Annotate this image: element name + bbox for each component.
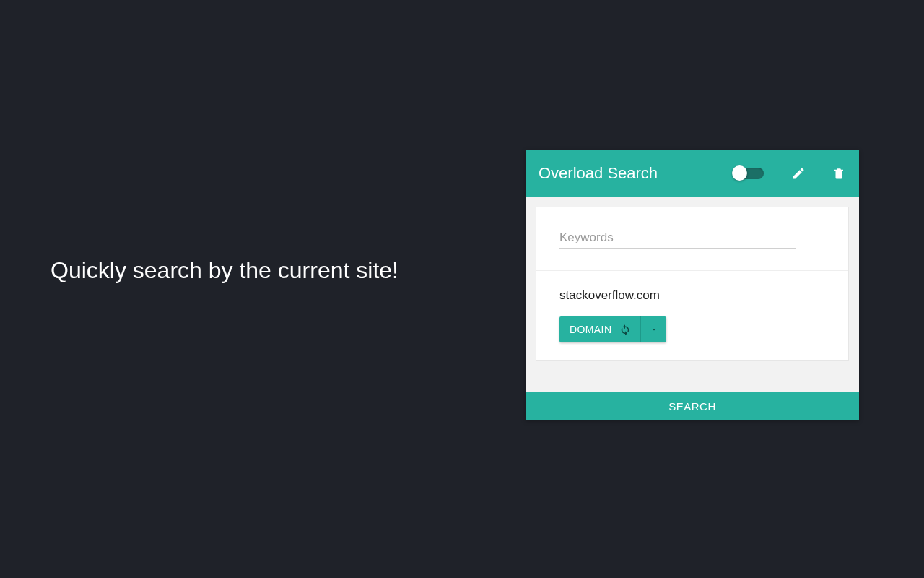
search-card: DOMAIN	[536, 207, 849, 361]
domain-section: DOMAIN	[536, 270, 848, 360]
refresh-icon	[619, 323, 632, 336]
popup-title: Overload Search	[539, 164, 658, 183]
toggle-knob	[732, 165, 747, 181]
keywords-input[interactable]	[559, 228, 796, 249]
popup-header: Overload Search	[526, 150, 859, 197]
delete-icon[interactable]	[830, 165, 847, 182]
popup-body: DOMAIN	[526, 197, 859, 392]
domain-input[interactable]	[559, 285, 796, 306]
promo-tagline: Quickly search by the current site!	[51, 257, 398, 284]
chevron-down-icon[interactable]	[640, 316, 666, 342]
domain-dropdown-main[interactable]: DOMAIN	[559, 316, 640, 342]
edit-icon[interactable]	[790, 165, 807, 182]
search-popup: Overload Search DOMAIN	[526, 150, 859, 420]
search-button[interactable]: SEARCH	[526, 392, 859, 420]
keywords-section	[536, 207, 848, 270]
domain-dropdown-label: DOMAIN	[570, 324, 611, 335]
domain-dropdown[interactable]: DOMAIN	[559, 316, 666, 342]
enable-toggle[interactable]	[735, 168, 764, 179]
